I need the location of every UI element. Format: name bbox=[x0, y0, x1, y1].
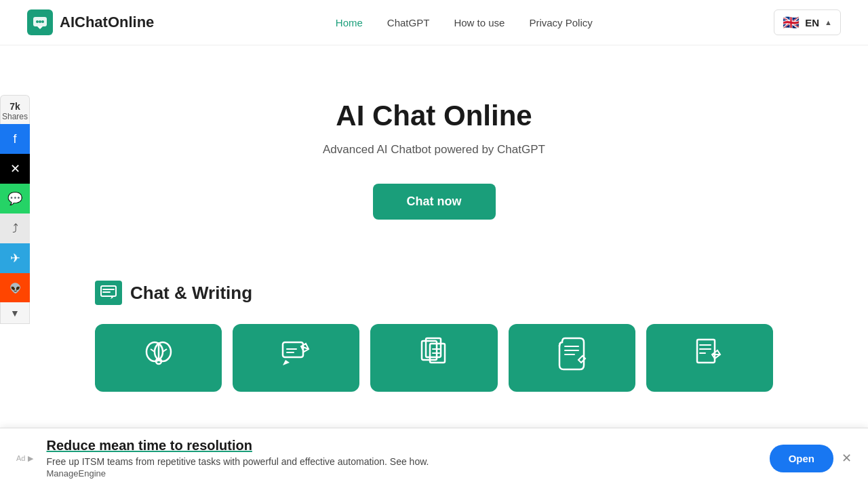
shares-count: 7k bbox=[1, 101, 29, 112]
twitter-icon: ✕ bbox=[10, 161, 20, 176]
logo-icon bbox=[27, 9, 53, 35]
svg-rect-4 bbox=[101, 286, 116, 296]
lang-label: EN bbox=[805, 17, 819, 28]
logo-text: AIChatOnline bbox=[60, 14, 154, 31]
svg-rect-23 bbox=[697, 340, 715, 363]
language-selector[interactable]: 🇬🇧 EN ▲ bbox=[774, 9, 841, 35]
svg-point-2 bbox=[39, 20, 41, 23]
svg-point-1 bbox=[36, 20, 39, 23]
twitter-share-button[interactable]: ✕ bbox=[0, 154, 30, 184]
whatsapp-icon: 💬 bbox=[7, 191, 22, 206]
nav-privacy[interactable]: Privacy Policy bbox=[529, 17, 592, 28]
card-5[interactable] bbox=[646, 324, 773, 392]
nav-home[interactable]: Home bbox=[336, 17, 363, 28]
card-2-icon bbox=[277, 336, 315, 380]
hero-subtitle: Advanced AI Chatbot powered by ChatGPT bbox=[27, 143, 841, 157]
cards-container bbox=[95, 324, 773, 392]
reddit-icon: 👽 bbox=[9, 283, 21, 293]
card-3[interactable] bbox=[370, 324, 497, 392]
card-3-icon bbox=[415, 336, 453, 380]
social-sidebar: 7k Shares f ✕ 💬 ⤴ ✈ 👽 ▼ bbox=[0, 95, 30, 324]
card-4-icon bbox=[553, 336, 591, 380]
nav-chatgpt[interactable]: ChatGPT bbox=[387, 17, 430, 28]
scroll-down-button[interactable]: ▼ bbox=[0, 302, 30, 324]
shares-label: Shares bbox=[1, 112, 29, 121]
generic-share-button[interactable]: ⤴ bbox=[0, 214, 30, 243]
hero-section: AI Chat Online Advanced AI Chatbot power… bbox=[0, 45, 868, 260]
telegram-share-button[interactable]: ✈ bbox=[0, 243, 30, 273]
telegram-icon: ✈ bbox=[10, 251, 20, 266]
card-4[interactable] bbox=[509, 324, 635, 392]
logo[interactable]: AIChatOnline bbox=[27, 9, 154, 35]
header: AIChatOnline Home ChatGPT How to use Pri… bbox=[0, 0, 868, 45]
section-title-icon bbox=[95, 281, 122, 305]
section-title-text: Chat & Writing bbox=[130, 283, 252, 304]
chat-writing-section: Chat & Writing bbox=[0, 260, 868, 405]
card-1[interactable] bbox=[95, 324, 222, 392]
shares-count-area: 7k Shares bbox=[0, 95, 30, 124]
facebook-icon: f bbox=[13, 132, 16, 146]
nav-how-to-use[interactable]: How to use bbox=[454, 17, 505, 28]
card-2[interactable] bbox=[233, 324, 359, 392]
share-icon: ⤴ bbox=[12, 222, 18, 236]
hero-title: AI Chat Online bbox=[27, 100, 841, 132]
chevron-up-icon: ▲ bbox=[825, 18, 832, 26]
chevron-down-icon: ▼ bbox=[10, 308, 20, 319]
card-1-icon bbox=[140, 336, 178, 380]
section-title-area: Chat & Writing bbox=[95, 281, 773, 305]
reddit-share-button[interactable]: 👽 bbox=[0, 273, 30, 303]
card-5-icon bbox=[690, 336, 728, 380]
facebook-share-button[interactable]: f bbox=[0, 124, 30, 154]
navigation: Home ChatGPT How to use Privacy Policy bbox=[336, 17, 593, 28]
svg-point-3 bbox=[41, 20, 44, 23]
chat-now-button[interactable]: Chat now bbox=[373, 184, 496, 220]
flag-icon: 🇬🇧 bbox=[783, 14, 800, 30]
whatsapp-share-button[interactable]: 💬 bbox=[0, 184, 30, 214]
